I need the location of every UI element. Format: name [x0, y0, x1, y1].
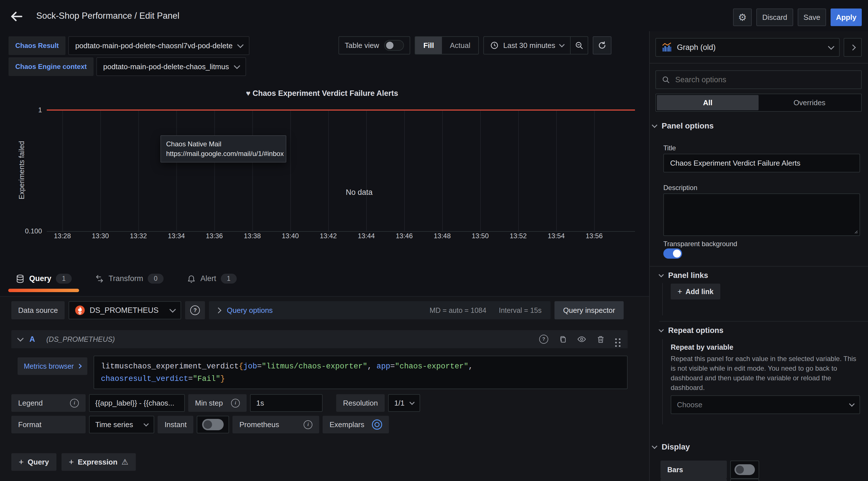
gridline [556, 110, 557, 231]
panel-links-heading[interactable]: Panel links [659, 271, 708, 280]
variable-value-dropdown[interactable]: podtato-main-pod-delete-chaos_litmus [96, 57, 246, 76]
panel-settings-button[interactable]: ⚙ [733, 8, 752, 26]
chevron-down-icon [828, 43, 835, 50]
promql-editor[interactable]: litmuschaos_experiment_verdict{job="litm… [94, 356, 628, 389]
resize-handle-icon[interactable] [853, 229, 858, 234]
chevron-down-icon [144, 421, 149, 426]
plot-area[interactable]: No data [47, 110, 635, 232]
tab-alert[interactable]: Alert 1 [180, 265, 244, 292]
query-options-row[interactable]: Query options MD = auto = 1084 Interval … [209, 301, 551, 319]
search-icon [662, 76, 670, 84]
no-data-text: No data [346, 188, 373, 197]
trash-icon[interactable] [596, 335, 605, 343]
series-line [47, 110, 635, 111]
x-tick-label: 13:42 [320, 232, 337, 240]
data-source-name: DS_PROMETHEUS [90, 306, 158, 315]
refresh-button[interactable] [593, 36, 612, 55]
format-dropdown[interactable]: Time series [89, 416, 154, 433]
metrics-browser-button[interactable]: Metrics browser [18, 357, 87, 375]
data-source-help-button[interactable]: ? [185, 301, 205, 319]
tab-overrides[interactable]: Overrides [758, 95, 860, 110]
min-step-input[interactable]: 1s [250, 394, 322, 412]
gridline [594, 110, 595, 231]
transparent-background-label: Transparent background [663, 240, 737, 248]
resolution-label: Resolution [336, 394, 385, 412]
chevron-down-icon [652, 443, 657, 449]
refresh-icon [597, 41, 607, 50]
collapse-options-button[interactable] [844, 38, 862, 57]
table-view-switch[interactable] [384, 40, 404, 51]
duplicate-icon[interactable] [558, 335, 567, 343]
query-inspector-button[interactable]: Query inspector [555, 301, 624, 319]
query-row-header: A (DS_PROMETHEUS) ? [11, 330, 628, 348]
chevron-right-icon [215, 307, 221, 313]
variable-value-dropdown[interactable]: podtato-main-pod-delete-chaosnl7vd-pod-d… [68, 36, 249, 55]
tooltip-title: Chaos Native Mail [166, 139, 281, 149]
repeat-options-heading[interactable]: Repeat options [659, 326, 723, 335]
add-link-button[interactable]: + Add link [671, 283, 720, 300]
panel-title-input[interactable] [670, 158, 854, 168]
table-view-label: Table view [345, 41, 379, 50]
resolution-value: 1/1 [394, 399, 405, 408]
x-tick-label: 13:44 [358, 232, 375, 240]
help-icon[interactable]: ? [539, 335, 548, 344]
instant-toggle[interactable] [202, 419, 224, 430]
time-range-picker[interactable]: Last 30 minutes [484, 37, 570, 54]
x-tick-label: 13:36 [206, 232, 223, 240]
active-tab-underline [8, 289, 79, 292]
x-tick-label: 13:56 [586, 232, 603, 240]
add-expression-button[interactable]: + Expression ⚠ [62, 453, 136, 471]
tab-query[interactable]: Query 1 [8, 265, 79, 292]
exemplars-control: Exemplars [322, 416, 389, 433]
visualization-picker[interactable]: Graph (old) [655, 38, 840, 57]
zoom-out-button[interactable] [570, 37, 588, 54]
prometheus-icon [75, 305, 85, 315]
x-tick-label: 13:48 [434, 232, 451, 240]
data-source-label: Data source [11, 301, 65, 319]
save-button[interactable]: Save [798, 8, 826, 26]
chevron-down-icon [169, 306, 176, 313]
discard-button[interactable]: Discard [756, 8, 793, 26]
legend-format-input[interactable]: {{app_label}} - {{chaos... [89, 394, 185, 412]
plus-icon: + [69, 457, 74, 467]
x-tick-label: 13:50 [472, 232, 489, 240]
tab-all[interactable]: All [657, 95, 758, 110]
search-options-box[interactable] [655, 70, 862, 89]
gridline [518, 110, 519, 231]
legend-label: Legendi [11, 394, 86, 412]
display-heading[interactable]: Display [653, 443, 690, 451]
repeat-description: Repeat this panel for each value in the … [671, 354, 858, 392]
apply-button[interactable]: Apply [831, 8, 862, 26]
add-query-button[interactable]: + Query [11, 453, 56, 471]
back-arrow-icon[interactable] [10, 10, 23, 23]
fill-button[interactable]: Fill [415, 37, 442, 54]
query-options-label: Query options [227, 306, 273, 315]
variable-label: Chaos Result [8, 36, 65, 55]
help-icon: ? [190, 305, 200, 315]
search-options-input[interactable] [675, 75, 846, 85]
actual-button[interactable]: Actual [442, 37, 478, 54]
exemplars-eye-icon[interactable] [372, 419, 382, 430]
chevron-right-icon [77, 364, 82, 369]
prometheus-type-label: Prometheusi [232, 416, 319, 433]
collapse-query-icon[interactable] [17, 335, 24, 342]
eye-icon[interactable] [577, 335, 586, 344]
repeat-variable-select[interactable]: Choose [671, 395, 860, 414]
resolution-dropdown[interactable]: 1/1 [388, 394, 420, 412]
info-icon: i [231, 399, 240, 408]
tooltip-url: https://mail.google.com/mail/u/1/#inbox [166, 149, 281, 158]
x-tick-label: 13:28 [54, 232, 71, 240]
table-view-toggle[interactable]: Table view [338, 36, 410, 55]
transparent-background-toggle[interactable] [663, 248, 682, 259]
data-source-picker[interactable]: DS_PROMETHEUS [69, 301, 181, 319]
tab-transform[interactable]: Transform 0 [88, 265, 171, 292]
description-textarea[interactable] [663, 193, 860, 236]
query-actions: ? [539, 335, 621, 344]
panel-options-heading[interactable]: Panel options [653, 121, 714, 130]
drag-handle-icon[interactable] [615, 338, 617, 340]
variable-label: Chaos Engine context [8, 57, 94, 76]
x-tick-label: 13:46 [396, 232, 413, 240]
bars-toggle[interactable] [735, 464, 755, 475]
gridline [100, 110, 101, 231]
panel-title-input-box[interactable] [663, 154, 860, 173]
